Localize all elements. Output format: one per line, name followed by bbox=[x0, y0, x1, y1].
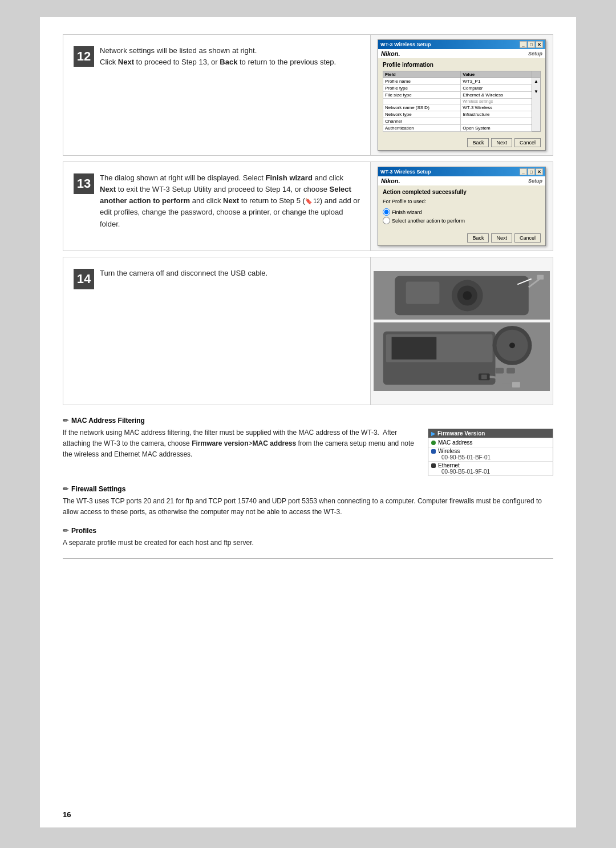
note-profiles-block: ✏ Profiles A separate profile must be cr… bbox=[63, 527, 553, 548]
step-13-text: The dialog shown at right will be displa… bbox=[100, 172, 360, 230]
mac-firmware-label: Firmware Version bbox=[437, 430, 485, 437]
camera-top-image bbox=[374, 271, 550, 320]
step-13-cancel-btn[interactable]: Cancel bbox=[514, 233, 541, 243]
note-profiles-title-text: Profiles bbox=[71, 527, 96, 535]
dialog-close-btn[interactable]: ✕ bbox=[536, 41, 543, 48]
table-row: Channel bbox=[383, 118, 541, 125]
step-13-finish-label: For Profile to used: bbox=[383, 199, 541, 204]
step-13-number: 13 bbox=[74, 173, 94, 194]
step-12-section-title: Profile information bbox=[383, 62, 541, 68]
note-mac-title: ✏ MAC Address Filtering bbox=[63, 417, 553, 425]
step-12-dialog-body: Profile information Field Value Profile … bbox=[378, 58, 545, 135]
step-12-dialog-brand: Nikon. Setup bbox=[378, 49, 545, 58]
step-13-right: WT-3 Wireless Setup _ □ ✕ Nikon. Setup A… bbox=[370, 162, 553, 251]
svg-rect-14 bbox=[506, 368, 515, 374]
page-number: 16 bbox=[63, 810, 71, 819]
step-13-next-bold: Next bbox=[100, 185, 116, 193]
mac-wireless-label: Wireless bbox=[438, 448, 460, 454]
step-12-next-bold: Next bbox=[118, 58, 134, 66]
step-13-left: 13 The dialog shown at right will be dis… bbox=[63, 162, 370, 251]
note-firewall-title-text: Firewall Settings bbox=[71, 485, 125, 493]
page-bottom-rule bbox=[63, 558, 553, 559]
dialog-minimize-btn[interactable]: _ bbox=[520, 41, 527, 48]
note-profiles-icon: ✏ bbox=[63, 527, 68, 535]
svg-rect-13 bbox=[496, 368, 504, 374]
step-12-sentence1: Network settings will be listed as shown… bbox=[100, 46, 257, 55]
table-row: AuthenticationOpen System bbox=[383, 125, 541, 132]
step-13-dialog-title: WT-3 Wireless Setup bbox=[380, 169, 431, 175]
note-firewall-icon: ✏ bbox=[63, 485, 68, 493]
mac-firmware-row: ▶ Firmware Version bbox=[428, 429, 553, 439]
step-13-dialog-brand: Nikon. Setup bbox=[378, 176, 545, 185]
mac-address-row: MAC address bbox=[428, 438, 553, 447]
step-13-radio-finish-input[interactable] bbox=[383, 208, 390, 216]
table-row: Profile nameWT3_P1▲▼ bbox=[383, 78, 541, 85]
svg-line-5 bbox=[529, 278, 540, 287]
svg-rect-1 bbox=[406, 281, 440, 304]
step-13-radio-finish-label: Finish wizard bbox=[392, 209, 422, 215]
table-row: Wireless settings bbox=[383, 99, 541, 104]
note-mac-icon: ✏ bbox=[63, 417, 68, 425]
step-13-finish-bold: Finish wizard bbox=[266, 173, 313, 182]
note-firewall-block: ✏ Firewall Settings The WT-3 uses TCP po… bbox=[63, 485, 553, 518]
note-mac-firmware-bold: Firmware version bbox=[192, 439, 248, 447]
step-12-row: 12 Network settings will be listed as sh… bbox=[63, 34, 553, 156]
svg-rect-9 bbox=[392, 337, 437, 360]
step-12-cancel-btn[interactable]: Cancel bbox=[514, 138, 541, 147]
note-mac-title-text: MAC Address Filtering bbox=[71, 417, 145, 425]
camera-bottom-image bbox=[374, 322, 550, 391]
table-row: Network name (SSID)WT-3 Wireless bbox=[383, 104, 541, 111]
step-13-radio-finish: Finish wizard bbox=[383, 208, 541, 216]
svg-rect-17 bbox=[512, 382, 520, 387]
step-12-left: 12 Network settings will be listed as sh… bbox=[63, 35, 370, 155]
step-13-radio-another-input[interactable] bbox=[383, 217, 390, 224]
step-13-next2-bold: Next bbox=[223, 196, 239, 205]
mac-ethernet-value: 00-90-B5-01-9F-01 bbox=[431, 469, 550, 475]
table-row: Network typeInfrastructure bbox=[383, 111, 541, 118]
dialog13-maximize-btn[interactable]: □ bbox=[528, 168, 535, 175]
note-mac-block: ✏ MAC Address Filtering ▶ Firmware Versi… bbox=[63, 417, 553, 476]
note-firewall-text: The WT-3 uses TCP ports 20 and 21 for ft… bbox=[63, 496, 553, 518]
step-13-brand-icon: Setup bbox=[528, 178, 542, 184]
camera-images-container bbox=[374, 271, 550, 391]
svg-rect-16 bbox=[481, 374, 487, 379]
step-12-back-bold: Back bbox=[220, 58, 237, 66]
step-13-brand-name: Nikon. bbox=[381, 177, 400, 184]
step-14-text: Turn the camera off and disconnect the U… bbox=[100, 268, 360, 279]
table-row: Profile typeComputer bbox=[383, 85, 541, 92]
notes-section: ✏ MAC Address Filtering ▶ Firmware Versi… bbox=[63, 417, 553, 549]
mac-wireless-value: 00-90-B5-01-BF-01 bbox=[431, 454, 550, 461]
mac-wireless-row: Wireless 00-90-B5-01-BF-01 bbox=[428, 447, 553, 462]
step-13-next-btn[interactable]: Next bbox=[491, 233, 512, 243]
step-13-radio-group: Finish wizard Select another action to p… bbox=[383, 207, 541, 227]
step-13-ref-icon: 🔖 12 bbox=[305, 198, 320, 204]
step-13-radio-another: Select another action to perform bbox=[383, 217, 541, 224]
step-12-brand-icon: Setup bbox=[528, 51, 542, 56]
step-12-dialog: WT-3 Wireless Setup _ □ ✕ Nikon. Setup P… bbox=[378, 39, 546, 151]
mac-address-table: ▶ Firmware Version MAC address bbox=[428, 429, 553, 476]
dialog-maximize-btn[interactable]: □ bbox=[528, 41, 535, 48]
dialog13-minimize-btn[interactable]: _ bbox=[520, 168, 527, 175]
mac-address-label: MAC address bbox=[438, 439, 473, 446]
step-14-left: 14 Turn the camera off and disconnect th… bbox=[63, 257, 370, 405]
step-12-dialog-titlebar: WT-3 Wireless Setup _ □ ✕ bbox=[378, 40, 545, 49]
step-14-right bbox=[370, 257, 553, 405]
step-14-number: 14 bbox=[74, 269, 94, 289]
dialog13-close-btn[interactable]: ✕ bbox=[536, 168, 543, 175]
step-13-back-btn[interactable]: Back bbox=[467, 233, 489, 243]
step-12-table: Field Value Profile nameWT3_P1▲▼ Profile… bbox=[383, 71, 541, 132]
step-12-next-btn[interactable]: Next bbox=[491, 138, 512, 147]
mac-address-box: ▶ Firmware Version MAC address bbox=[428, 429, 553, 476]
page: 12 Network settings will be listed as sh… bbox=[40, 17, 576, 827]
step-12-back-btn[interactable]: Back bbox=[467, 138, 489, 147]
step-13-dialog-footer: Back Next Cancel bbox=[378, 231, 545, 245]
svg-point-12 bbox=[509, 342, 515, 348]
svg-rect-6 bbox=[537, 274, 544, 279]
step-13-dialog-body: Action completed successfully For Profil… bbox=[378, 185, 545, 231]
note-mac-address-bold: MAC address bbox=[253, 439, 297, 447]
mac-ethernet-label: Ethernet bbox=[438, 462, 460, 469]
table-row: File size typeEthernet & Wireless bbox=[383, 92, 541, 99]
step-13-dialog-titlebar: WT-3 Wireless Setup _ □ ✕ bbox=[378, 167, 545, 176]
step-13-row: 13 The dialog shown at right will be dis… bbox=[63, 161, 553, 251]
step-12-dialog-footer: Back Next Cancel bbox=[378, 135, 545, 150]
